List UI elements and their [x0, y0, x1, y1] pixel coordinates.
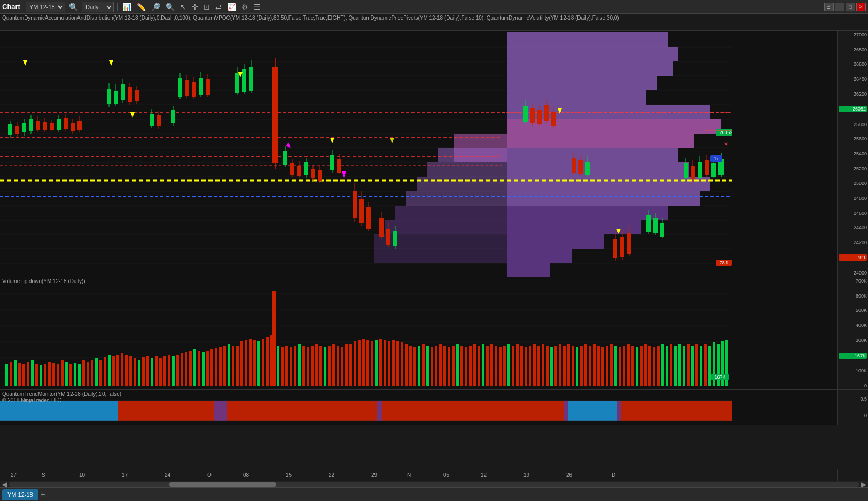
svg-rect-37 — [417, 177, 507, 191]
scroll-left-icon[interactable]: ◀ — [2, 481, 7, 488]
svg-rect-228 — [134, 358, 136, 386]
svg-rect-272 — [319, 346, 322, 386]
svg-rect-325 — [546, 346, 549, 386]
svg-rect-237 — [172, 356, 175, 386]
trend-05: 0.5 — [839, 396, 867, 402]
add-tab-button[interactable]: + — [41, 490, 45, 499]
svg-rect-286 — [379, 339, 382, 386]
svg-rect-354 — [670, 344, 672, 386]
svg-rect-268 — [302, 346, 305, 386]
svg-rect-295 — [418, 346, 420, 386]
svg-rect-27 — [507, 177, 710, 191]
svg-rect-235 — [163, 356, 166, 386]
search-icon[interactable]: 🔍 — [67, 3, 80, 11]
close-button[interactable]: ✕ — [856, 3, 866, 11]
svg-rect-310 — [482, 344, 484, 386]
vol-0: 0 — [839, 383, 867, 388]
svg-rect-291 — [401, 342, 403, 386]
bars-icon[interactable]: 📊 — [121, 3, 133, 11]
scrollbar-area[interactable]: ◀ ▶ — [0, 481, 868, 487]
svg-text:05: 05 — [443, 472, 450, 478]
svg-rect-380 — [617, 401, 621, 421]
scroll-right-icon[interactable]: ▶ — [861, 481, 866, 488]
svg-rect-329 — [563, 346, 566, 386]
svg-rect-362 — [704, 344, 707, 386]
svg-rect-324 — [542, 344, 544, 386]
svg-rect-315 — [503, 346, 506, 386]
chart-type-icon[interactable]: 📈 — [225, 3, 238, 11]
list-icon[interactable]: ☰ — [252, 3, 262, 11]
svg-rect-24 — [507, 134, 694, 148]
restore-button[interactable]: 🗗 — [824, 3, 834, 11]
svg-rect-278 — [345, 344, 348, 386]
symbol-selector[interactable]: YM 12-18 — [26, 2, 65, 12]
sync-icon[interactable]: ⇄ — [214, 3, 223, 11]
price-24600: 24600 — [839, 210, 867, 216]
svg-rect-287 — [384, 340, 386, 386]
timeframe-selector[interactable]: Daily 1 Min 5 Min 1 Hour — [82, 2, 114, 12]
svg-rect-317 — [512, 346, 514, 386]
svg-rect-275 — [332, 344, 335, 386]
svg-rect-226 — [125, 355, 128, 386]
svg-rect-38 — [406, 191, 507, 206]
svg-rect-283 — [366, 340, 369, 386]
svg-rect-212 — [65, 362, 68, 386]
svg-rect-340 — [610, 344, 613, 386]
svg-rect-243 — [198, 351, 200, 386]
svg-rect-215 — [78, 364, 81, 386]
svg-rect-265 — [290, 347, 292, 386]
svg-rect-207 — [44, 364, 46, 386]
svg-rect-337 — [597, 346, 600, 386]
svg-rect-217 — [87, 362, 89, 386]
svg-rect-276 — [337, 346, 339, 386]
scrollbar-thumb[interactable] — [169, 482, 276, 487]
svg-rect-250 — [228, 344, 230, 386]
svg-rect-282 — [362, 339, 365, 386]
vol-500k: 500K — [839, 308, 867, 313]
svg-rect-210 — [57, 364, 59, 386]
separator-1 — [117, 3, 118, 11]
svg-rect-292 — [405, 344, 408, 386]
svg-rect-311 — [486, 346, 489, 386]
price-panel[interactable]: 26052 1x 78'1 ✕ 27000 26800 26600 — [0, 31, 868, 277]
svg-rect-346 — [636, 347, 638, 386]
svg-rect-294 — [413, 347, 416, 386]
svg-rect-363 — [708, 346, 711, 386]
svg-rect-33 — [507, 263, 550, 277]
svg-rect-26 — [507, 162, 689, 177]
svg-rect-211 — [61, 360, 64, 386]
zoom-in-icon[interactable]: 🔎 — [150, 3, 162, 11]
svg-rect-297 — [426, 346, 429, 386]
cursor-icon[interactable]: ↖ — [178, 3, 188, 11]
crosshair-icon[interactable]: ✛ — [190, 3, 200, 11]
draw-icon[interactable]: ✏️ — [135, 3, 147, 11]
svg-rect-305 — [460, 346, 463, 386]
svg-rect-255 — [245, 340, 247, 386]
svg-rect-224 — [116, 355, 119, 386]
svg-rect-233 — [155, 356, 158, 386]
minimize-button[interactable]: ─ — [835, 3, 844, 11]
scrollbar-track[interactable] — [9, 482, 859, 487]
svg-rect-241 — [189, 351, 192, 386]
svg-text:19: 19 — [523, 472, 530, 478]
svg-text:✕: ✕ — [724, 141, 728, 147]
svg-rect-301 — [443, 346, 446, 386]
price-chart-svg: 26052 1x 78'1 ✕ — [0, 31, 732, 277]
rect-select-icon[interactable]: ⊡ — [202, 3, 212, 11]
svg-rect-216 — [82, 360, 85, 386]
svg-rect-359 — [691, 346, 694, 386]
volume-axis: 700K 600K 500K 400K 300K 167K 100K 0 — [837, 277, 868, 389]
svg-rect-308 — [473, 344, 476, 386]
svg-rect-347 — [640, 346, 643, 386]
svg-rect-201 — [18, 363, 21, 386]
svg-rect-328 — [559, 344, 561, 386]
current-price-label: 26052 — [839, 106, 867, 112]
svg-rect-32 — [507, 249, 572, 263]
trend-canvas: QuantumTrendMonitor(YM 12-18 (Daily),20,… — [0, 390, 837, 425]
properties-icon[interactable]: ⚙ — [240, 3, 250, 11]
maximize-button[interactable]: □ — [846, 3, 855, 11]
trend-0: 0 — [839, 413, 867, 418]
zoom-out-icon[interactable]: 🔍 — [164, 3, 176, 11]
price-red-mark: 78'1 — [839, 254, 867, 261]
chart-tab[interactable]: YM 12-18 — [2, 489, 38, 500]
